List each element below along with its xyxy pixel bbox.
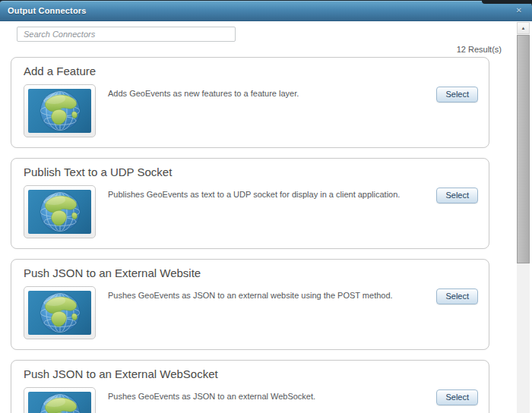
page-background-corner [482, 0, 532, 4]
close-icon[interactable]: ✕ [514, 5, 524, 16]
select-button[interactable]: Select [436, 288, 478, 304]
search-input[interactable] [17, 27, 236, 42]
connector-list: Add a Feature Adds GeoEvents as new feat… [11, 57, 489, 413]
connector-title: Push JSON to an External WebSocket [24, 367, 478, 380]
connector-description: Publishes GeoEvents as text to a UDP soc… [108, 189, 426, 200]
globe-icon [28, 190, 91, 234]
select-button[interactable]: Select [436, 87, 478, 102]
output-connectors-dialog: Output Connectors ✕ 12 Result(s) Add a F… [0, 0, 532, 413]
vertical-scrollbar[interactable]: ▲ [517, 22, 530, 413]
connector-thumbnail [24, 84, 96, 137]
connector-title: Add a Feature [24, 65, 478, 77]
dialog-content: 12 Result(s) Add a Feature Adds GeoEvent… [0, 20, 532, 413]
select-button[interactable]: Select [436, 389, 478, 405]
connector-title: Push JSON to an External Website [24, 266, 478, 279]
scrollbar-thumb[interactable] [517, 35, 530, 263]
globe-icon [28, 89, 91, 133]
connector-card-publish-text-udp: Publish Text to a UDP Socket Publishes G… [11, 158, 489, 249]
connector-thumbnail [24, 185, 96, 238]
results-count: 12 Result(s) [0, 45, 502, 54]
connector-thumbnail [24, 286, 96, 339]
connector-description: Pushes GeoEvents as JSON to an external … [108, 391, 426, 402]
scroll-up-icon[interactable]: ▲ [517, 22, 530, 34]
connector-card-push-json-website: Push JSON to an External Website Pushes … [11, 259, 489, 350]
select-button[interactable]: Select [436, 188, 478, 203]
globe-icon [28, 291, 91, 335]
dialog-titlebar: Output Connectors ✕ [0, 0, 532, 20]
dialog-title: Output Connectors [8, 6, 87, 15]
connector-title: Publish Text to a UDP Socket [24, 166, 478, 178]
connector-card-push-json-websocket: Push JSON to an External WebSocket Pushe… [11, 360, 489, 413]
connector-card-add-a-feature: Add a Feature Adds GeoEvents as new feat… [11, 57, 489, 148]
connector-description: Adds GeoEvents as new features to a feat… [108, 88, 426, 99]
globe-icon [28, 392, 91, 413]
connector-thumbnail [24, 387, 96, 413]
connector-description: Pushes GeoEvents as JSON to an external … [108, 290, 426, 301]
